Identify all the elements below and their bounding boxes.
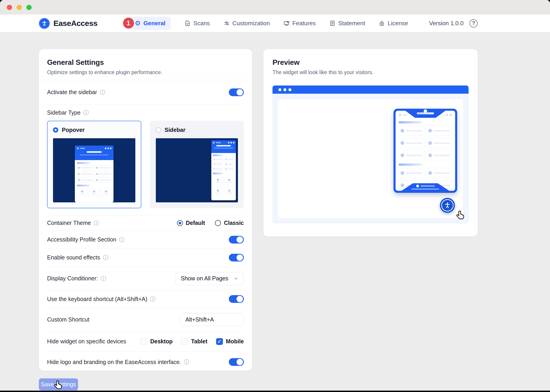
chevron-down-icon — [233, 276, 239, 281]
tab-scans[interactable]: Scans — [184, 20, 210, 27]
preview-page — [278, 99, 463, 218]
info-icon[interactable]: ⓘ — [119, 237, 124, 242]
browser-titlebar — [273, 85, 469, 94]
info-icon[interactable]: ⓘ — [103, 255, 108, 260]
preview-widget — [394, 109, 457, 193]
app-window: EaseAccess 1 ⚙ General Scans Customizati… — [0, 0, 550, 391]
monitor-gear-icon — [283, 20, 289, 26]
accessibility-profile-toggle[interactable] — [229, 236, 244, 244]
question-circle-icon[interactable]: ? — [469, 19, 478, 28]
classic-label: Classic — [224, 220, 244, 226]
hide-branding-toggle[interactable] — [229, 358, 244, 366]
info-icon[interactable]: ⓘ — [83, 110, 89, 115]
classic-radio[interactable] — [215, 220, 221, 226]
theme-option-classic[interactable]: Classic — [215, 220, 244, 226]
tab-features-label: Features — [292, 20, 316, 27]
tab-statement[interactable]: Statement — [329, 20, 365, 27]
preview-panel: Preview The widget will look like this t… — [263, 49, 478, 237]
row-accessibility-profile: Accessibility Profile Section ⓘ — [47, 231, 244, 249]
header-right: Version 1.0.0 ? — [429, 19, 478, 28]
sidebar-preview — [156, 138, 238, 202]
preview-subtitle: The widget will look like this to your v… — [273, 69, 469, 76]
popover-radio[interactable] — [53, 127, 58, 133]
close-window-button[interactable] — [7, 5, 12, 10]
mouse-cursor-pointer — [53, 380, 63, 391]
default-radio[interactable] — [177, 220, 183, 226]
tab-statement-label: Statement — [338, 20, 365, 27]
activate-sidebar-label: Activate the sidebar — [47, 89, 97, 96]
primary-nav: 1 ⚙ General Scans Customization Features… — [129, 17, 408, 30]
sidebar-label: Sidebar — [165, 127, 186, 133]
info-icon[interactable]: ⓘ — [150, 296, 155, 302]
tab-customization[interactable]: Customization — [224, 20, 270, 27]
scan-document-icon — [184, 20, 190, 26]
info-icon[interactable]: ⓘ — [184, 359, 189, 365]
accessibility-profile-label: Accessibility Profile Section — [47, 236, 116, 243]
easeaccess-logo-icon — [39, 18, 50, 29]
page-subtitle: Optimize settings to enhance plugin perf… — [47, 69, 244, 76]
theme-option-default[interactable]: Default — [177, 220, 205, 226]
sidebar-type-options: Popover — [47, 121, 244, 215]
accessibility-widget-button[interactable] — [440, 198, 455, 213]
row-keyboard-shortcut: Use the keyboard shortcut (Alt+Shift+A) … — [47, 290, 244, 308]
hide-devices-label: Hide widget on specific devices — [47, 338, 126, 345]
sliders-icon — [224, 20, 230, 26]
row-sound-effects: Enable sound effects ⓘ — [47, 249, 244, 267]
device-checkbox-desktop[interactable]: Desktop — [140, 338, 173, 345]
sidebar-radio[interactable] — [156, 127, 161, 133]
desktop-label: Desktop — [150, 338, 173, 345]
sidebar-type-label: Sidebar Type — [47, 109, 81, 116]
activate-sidebar-toggle[interactable] — [229, 88, 244, 96]
gear-icon: ⚙ — [135, 20, 141, 27]
row-display-conditioner: Display Conditioner: ⓘ Show on All Pages — [47, 267, 244, 290]
app-header: EaseAccess 1 ⚙ General Scans Customizati… — [0, 14, 550, 32]
mouse-cursor-pointer — [455, 210, 465, 221]
keyboard-shortcut-toggle[interactable] — [229, 295, 244, 303]
custom-shortcut-label: Custom Shortcut — [47, 316, 89, 323]
sidebar-type-option-sidebar[interactable]: Sidebar — [150, 121, 244, 208]
maximize-window-button[interactable] — [26, 5, 32, 10]
tab-general[interactable]: 1 ⚙ General — [129, 17, 171, 30]
minimize-window-button[interactable] — [17, 5, 22, 10]
row-hide-devices: Hide widget on specific devices Desktop … — [47, 331, 244, 352]
display-conditioner-select[interactable]: Show on All Pages — [176, 272, 244, 285]
window-titlebar — [0, 0, 550, 14]
sound-effects-label: Enable sound effects — [47, 254, 100, 261]
sidebar-type-option-popover[interactable]: Popover — [47, 121, 141, 208]
keyboard-shortcut-label: Use the keyboard shortcut (Alt+Shift+A) — [47, 296, 147, 302]
general-settings-panel: General Settings Optimize settings to en… — [39, 49, 252, 371]
tab-customization-label: Customization — [233, 20, 270, 27]
display-conditioner-label: Display Conditioner: — [47, 275, 98, 282]
device-checkbox-tablet[interactable]: Tablet — [181, 338, 207, 345]
row-sidebar-type-label: Sidebar Type ⓘ — [47, 104, 244, 121]
info-icon[interactable]: ⓘ — [100, 90, 105, 95]
tablet-checkbox[interactable] — [181, 338, 188, 345]
version-label: Version 1.0.0 — [429, 20, 464, 27]
document-icon — [329, 20, 336, 26]
mobile-label: Mobile — [226, 338, 244, 345]
brand: EaseAccess — [39, 18, 98, 29]
desktop-checkbox[interactable] — [140, 338, 147, 345]
sound-effects-toggle[interactable] — [229, 254, 244, 261]
tab-general-label: General — [143, 20, 166, 27]
info-icon[interactable]: ⓘ — [94, 220, 99, 226]
preview-browser-mockup — [273, 85, 469, 223]
tab-scans-label: Scans — [193, 20, 210, 27]
general-settings-header: General Settings Optimize settings to en… — [39, 49, 252, 80]
popover-label: Popover — [62, 127, 85, 133]
mobile-checkbox[interactable] — [216, 338, 223, 345]
row-container-theme: Container Theme ⓘ Default Classic — [47, 215, 244, 231]
device-checkbox-mobile[interactable]: Mobile — [216, 338, 244, 345]
container-theme-label: Container Theme — [47, 220, 91, 226]
info-icon[interactable]: ⓘ — [101, 276, 106, 281]
tablet-label: Tablet — [191, 338, 207, 345]
custom-shortcut-input[interactable] — [180, 313, 244, 326]
row-custom-shortcut: Custom Shortcut — [47, 308, 244, 331]
tab-features[interactable]: Features — [283, 20, 316, 27]
popover-preview — [53, 138, 135, 202]
preview-title: Preview — [273, 58, 469, 67]
tab-license[interactable]: License — [379, 20, 408, 27]
brand-name: EaseAccess — [53, 19, 98, 28]
row-hide-branding: Hide logo and branding on the EaseAccess… — [47, 352, 244, 372]
accessibility-person-icon — [441, 199, 454, 211]
